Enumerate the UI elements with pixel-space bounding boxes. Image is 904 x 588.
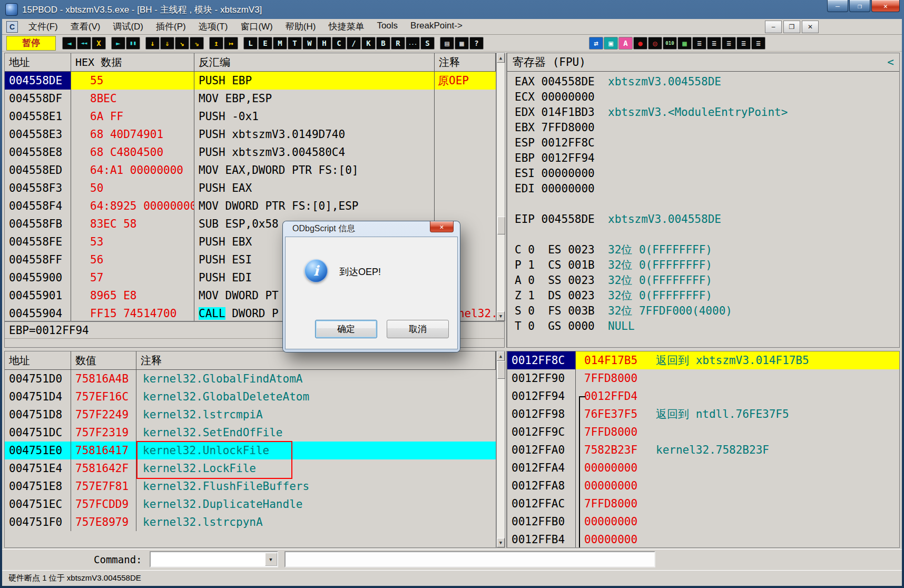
breakpoint-ring-button[interactable]: ◎ — [648, 37, 662, 50]
menu-item[interactable]: 帮助(H) — [279, 19, 322, 34]
list-view-button[interactable]: ▤ — [440, 37, 454, 50]
menu-item[interactable]: 插件(P) — [150, 19, 192, 34]
stack-row[interactable]: 0012FFA0 7582B23F kernel32.7582B23F — [507, 441, 899, 459]
memory-window-button[interactable]: M — [273, 37, 287, 50]
unpack-tool-button[interactable]: ▣ — [604, 37, 618, 50]
run-trace-window-button[interactable]: ... — [406, 37, 420, 50]
register-row[interactable] — [515, 196, 899, 211]
disasm-row[interactable]: 004558ED 64:A1 00000000 MOV EAX,DWORD PT… — [5, 161, 496, 179]
step-over-button[interactable]: ⇓ — [160, 37, 174, 50]
menu-item[interactable]: 文件(F) — [22, 19, 64, 34]
scroll-up-icon[interactable]: ▲ — [497, 351, 505, 361]
disasm-row[interactable]: 004558E1 6A FF PUSH -0x1 — [5, 107, 496, 125]
source-window-button[interactable]: S — [420, 37, 435, 50]
dump-row[interactable]: 004751EC 757FCDD9 kernel32.DuplicateHand… — [5, 495, 496, 513]
help-button[interactable]: ? — [469, 37, 484, 50]
flag-row[interactable]: A 0 SS 0023 32位 0(FFFFFFFF) — [515, 272, 899, 288]
menu-item[interactable]: 窗口(W) — [234, 19, 279, 34]
stack-row[interactable]: 0012FFB0 00000000 — [507, 513, 899, 531]
stack-row[interactable]: 0012FF90 7FFD8000 — [507, 369, 899, 387]
register-row[interactable]: EAX 004558DE xbtszmV3.004558DE — [515, 74, 899, 89]
windows-window-button[interactable]: W — [302, 37, 317, 50]
flag-row[interactable]: T 0 GS 0000 NULL — [515, 318, 899, 334]
minimize-button[interactable]: – — [827, 0, 848, 12]
scrollbar-thumb[interactable] — [497, 217, 505, 234]
grid-view-button[interactable]: ▦ — [455, 37, 469, 50]
flag-row[interactable]: S 0 FS 003B 32位 7FFDF000(4000) — [515, 303, 899, 318]
stack-row[interactable]: 0012FF8C 014F17B5 返回到 xbtszmV3.014F17B5 — [507, 351, 899, 369]
flag-row[interactable]: C 0 ES 0023 32位 0(FFFFFFFF) — [515, 242, 899, 257]
stack-row[interactable]: 0012FF9C 7FFD8000 — [507, 423, 899, 441]
collapse-pane-button[interactable]: < — [887, 56, 894, 68]
disasm-row[interactable]: 004558F3 50 PUSH EAX — [5, 179, 496, 197]
register-row[interactable]: EBX 7FFD8000 — [515, 120, 899, 135]
disasm-row[interactable]: 004558DE 55 PUSH EBP 原OEP — [5, 72, 496, 90]
stack-row[interactable]: 0012FFA8 00000000 — [507, 477, 899, 495]
scroll-down-icon[interactable]: ▼ — [497, 311, 505, 321]
list-tool-button-5[interactable]: ≡ — [751, 37, 765, 50]
mdi-close-button[interactable]: ✕ — [802, 21, 819, 33]
stack-row[interactable]: 0012FF94 0012FFD4 — [507, 387, 899, 405]
list-tool-button-2[interactable]: ≡ — [707, 37, 721, 50]
stack-row[interactable]: 0012FFB4 00000000 — [507, 531, 899, 548]
register-row[interactable]: EBP 0012FF94 — [515, 150, 899, 165]
dump-scrollbar[interactable]: ▲ ▼ — [496, 351, 505, 548]
dump-row[interactable]: 004751E0 75816417 kernel32.UnlockFile — [5, 442, 496, 459]
command-input[interactable] — [151, 553, 265, 565]
fast-restart-button[interactable]: ◄◄ — [77, 37, 91, 50]
register-row[interactable]: EDI 00000000 — [515, 181, 899, 196]
binary-view-button[interactable]: 010 — [663, 37, 677, 50]
maximize-button[interactable]: ❐ — [849, 0, 870, 12]
mdi-restore-button[interactable]: ❐ — [783, 21, 800, 33]
disasm-row[interactable]: 004558E3 68 40D74901 PUSH xbtszmV3.0149D… — [5, 125, 496, 143]
dump-row[interactable]: 004751DC 757F2319 kernel32.SetEndOfFile — [5, 424, 496, 442]
scroll-down-icon[interactable]: ▼ — [497, 538, 505, 547]
flag-row[interactable]: P 1 CS 001B 32位 0(FFFFFFFF) — [515, 257, 899, 272]
ok-button[interactable]: 确定 — [315, 320, 377, 338]
references-window-button[interactable]: R — [391, 37, 405, 50]
trace-over-button[interactable]: ⇘ — [190, 37, 204, 50]
scrollbar-thumb[interactable] — [497, 361, 505, 379]
handles-window-button[interactable]: H — [317, 37, 331, 50]
close-program-button[interactable]: X — [92, 37, 106, 50]
scroll-up-icon[interactable]: ▲ — [497, 53, 505, 63]
menu-item[interactable]: Tools — [370, 19, 404, 34]
list-tool-button-1[interactable]: ≡ — [692, 37, 706, 50]
disasm-row[interactable]: 004558F4 64:8925 00000000 MOV DWORD PTR … — [5, 197, 496, 215]
cpu-window-button[interactable]: C — [332, 37, 346, 50]
goto-button[interactable]: ↦ — [224, 37, 238, 50]
register-row[interactable]: ECX 00000000 — [515, 89, 899, 104]
restart-button[interactable]: ◄ — [62, 37, 76, 50]
dump-row[interactable]: 004751D8 757F2249 kernel32.lstrcmpiA — [5, 406, 496, 424]
analysis-tool-button[interactable]: A — [618, 37, 633, 50]
menu-item[interactable]: 查看(V) — [64, 19, 107, 34]
dialog-close-button[interactable]: ✕ — [430, 221, 454, 232]
run-button[interactable]: ► — [111, 37, 125, 50]
register-row[interactable]: ESI 00000000 — [515, 165, 899, 181]
swap-tool-button[interactable]: ⇄ — [589, 37, 603, 50]
dialog-titlebar[interactable]: ODbgScript 信息 ✕ — [285, 221, 458, 237]
close-button[interactable]: ✕ — [871, 0, 900, 12]
register-row[interactable]: ESP 0012FF8C — [515, 135, 899, 150]
register-row[interactable]: EDX 014F1BD3 xbtszmV3.<ModuleEntryPoint> — [515, 104, 899, 120]
dump-row[interactable]: 004751F0 757E8979 kernel32.lstrcpynA — [5, 513, 496, 531]
disasm-row[interactable]: 004558E8 68 C4804500 PUSH xbtszmV3.00458… — [5, 143, 496, 161]
hex-grid-button[interactable]: ▦ — [677, 37, 692, 50]
menu-item[interactable]: 快捷菜单 — [322, 19, 370, 34]
menu-item[interactable]: 选项(T) — [192, 19, 234, 34]
trace-into-button[interactable]: ↘ — [175, 37, 189, 50]
dump-row[interactable]: 004751E4 7581642F kernel32.LockFile — [5, 459, 496, 477]
menu-item[interactable]: 调试(D) — [106, 19, 150, 34]
until-return-button[interactable]: ↥ — [209, 37, 223, 50]
dump-row[interactable]: 004751D4 757EF16C kernel32.GlobalDeleteA… — [5, 388, 496, 406]
list-tool-button-4[interactable]: ≡ — [736, 37, 751, 50]
stack-row[interactable]: 0012FFAC 7FFD8000 — [507, 495, 899, 513]
breakpoint-dot-button[interactable]: ● — [633, 37, 647, 50]
disasm-row[interactable]: 004558DF 8BEC MOV EBP,ESP — [5, 90, 496, 107]
register-row[interactable] — [515, 227, 899, 242]
call-stack-window-button[interactable]: K — [361, 37, 376, 50]
step-into-button[interactable]: ↓ — [145, 37, 160, 50]
stack-row[interactable]: 0012FF98 76FE37F5 返回到 ntdll.76FE37F5 — [507, 405, 899, 423]
dump-row[interactable]: 004751E8 757E7F81 kernel32.FlushFileBuff… — [5, 477, 496, 495]
log-window-button[interactable]: L — [243, 37, 258, 50]
